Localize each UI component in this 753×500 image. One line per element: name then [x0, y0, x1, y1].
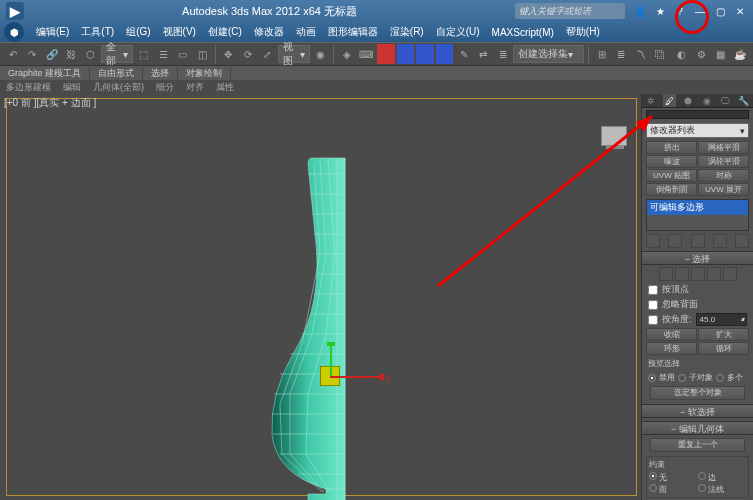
stack-remove-icon[interactable]: [713, 234, 727, 248]
btn-loop[interactable]: 循环: [698, 342, 749, 355]
move-icon[interactable]: ✥: [220, 44, 237, 64]
menu-edit[interactable]: 编辑(E): [30, 25, 75, 39]
stack-unique-icon[interactable]: [691, 234, 705, 248]
material-editor-icon[interactable]: ◐: [673, 44, 690, 64]
vase-mesh[interactable]: [268, 154, 346, 500]
ribbon-tab-objectpaint[interactable]: 对象绘制: [178, 67, 231, 80]
render-icon[interactable]: ☕: [731, 44, 748, 64]
percent-snap-icon[interactable]: [416, 44, 433, 64]
subobj-edge-icon[interactable]: [675, 267, 689, 281]
menu-group[interactable]: 组(G): [120, 25, 156, 39]
rollout-selection[interactable]: 选择: [642, 251, 753, 265]
btn-repeat-last[interactable]: 重复上一个: [650, 438, 745, 452]
btn-grow[interactable]: 扩大: [698, 328, 749, 341]
mod-btn-symmetry[interactable]: 对称: [698, 169, 749, 182]
panel-tab-utilities-icon[interactable]: 🔧: [737, 94, 750, 107]
panel-tab-hierarchy-icon[interactable]: ⬢: [682, 94, 695, 107]
modifier-stack[interactable]: 可编辑多边形: [646, 199, 749, 231]
menu-tools[interactable]: 工具(T): [75, 25, 120, 39]
keyboard-shortcut-icon[interactable]: ⌨: [358, 44, 375, 64]
stack-show-icon[interactable]: [668, 234, 682, 248]
snap-toggle-icon[interactable]: [377, 44, 394, 64]
rollout-editgeom[interactable]: 编辑几何体: [642, 421, 753, 435]
radio-constrain-normal[interactable]: [698, 484, 706, 492]
radio-constrain-face[interactable]: [649, 484, 657, 492]
mod-btn-turbosmooth[interactable]: 涡轮平滑: [698, 155, 749, 168]
panel-tab-motion-icon[interactable]: ◉: [700, 94, 713, 107]
rotate-icon[interactable]: ⟳: [239, 44, 256, 64]
radio-preview-multi[interactable]: [716, 374, 724, 382]
spin-angle[interactable]: 45.0: [696, 313, 747, 326]
rollout-softsel[interactable]: 软选择: [642, 404, 753, 418]
signin-icon[interactable]: 👤: [633, 4, 647, 18]
spinner-snap-icon[interactable]: [436, 44, 453, 64]
menu-modifiers[interactable]: 修改器: [248, 25, 290, 39]
mirror-icon[interactable]: ⇄: [474, 44, 491, 64]
selection-filter-dropdown[interactable]: 全部 ▾: [101, 45, 133, 63]
btn-ring[interactable]: 环形: [646, 342, 697, 355]
cb-ignore-backface[interactable]: [648, 300, 658, 310]
named-sel-dropdown[interactable]: 创建选择集 ▾: [513, 45, 584, 63]
angle-snap-icon[interactable]: [397, 44, 414, 64]
help-search-input[interactable]: 键入关键字或短语: [515, 3, 625, 19]
menu-customize[interactable]: 自定义(U): [430, 25, 486, 39]
mod-btn-uvwunwrap[interactable]: UVW 展开: [698, 183, 749, 196]
render-setup-icon[interactable]: ⚙: [693, 44, 710, 64]
minimize-icon[interactable]: —: [693, 4, 707, 18]
viewport[interactable]: [+0 前 ][真实 + 边面 ]: [0, 94, 641, 500]
ribbon-sub-polymodel[interactable]: 多边形建模: [0, 81, 57, 94]
mod-btn-meshsmooth[interactable]: 网格平滑: [698, 141, 749, 154]
mod-btn-noise[interactable]: 噪波: [646, 155, 697, 168]
ribbon-tab-graphite[interactable]: Graphite 建模工具: [0, 67, 90, 80]
menu-grapheditors[interactable]: 图形编辑器: [322, 25, 384, 39]
panel-tab-display-icon[interactable]: 🖵: [719, 94, 732, 107]
viewcube-icon[interactable]: [601, 126, 627, 146]
undo-icon[interactable]: ↶: [4, 44, 21, 64]
align-tool-icon[interactable]: ⊞: [593, 44, 610, 64]
mod-btn-uvwmap[interactable]: UVW 贴图: [646, 169, 697, 182]
menu-create[interactable]: 创建(C): [202, 25, 248, 39]
window-crossing-icon[interactable]: ◫: [193, 44, 210, 64]
stack-item-editablepoly[interactable]: 可编辑多边形: [647, 200, 748, 215]
menu-maxscript[interactable]: MAXScript(M): [486, 27, 560, 38]
radio-preview-subobj[interactable]: [678, 374, 686, 382]
ribbon-tab-selection[interactable]: 选择: [143, 67, 178, 80]
modifier-list-dropdown[interactable]: 修改器列表: [646, 123, 749, 138]
schematic-icon[interactable]: ⿻: [652, 44, 669, 64]
btn-select-whole-obj[interactable]: 选定整个对象: [650, 386, 745, 400]
ribbon-sub-align[interactable]: 对齐: [180, 81, 210, 94]
ribbon-sub-edit[interactable]: 编辑: [57, 81, 87, 94]
favorite-icon[interactable]: ★: [653, 4, 667, 18]
app-logo[interactable]: ▶: [6, 2, 24, 20]
layers-icon[interactable]: ≣: [613, 44, 630, 64]
pivot-icon[interactable]: ◉: [312, 44, 329, 64]
scale-icon[interactable]: ⤢: [259, 44, 276, 64]
radio-preview-disable[interactable]: [648, 374, 656, 382]
ribbon-sub-props[interactable]: 属性: [210, 81, 240, 94]
select-rect-icon[interactable]: ▭: [174, 44, 191, 64]
stack-pin-icon[interactable]: [646, 234, 660, 248]
subobj-polygon-icon[interactable]: [707, 267, 721, 281]
viewport-label[interactable]: [+0 前 ][真实 + 边面 ]: [4, 96, 96, 110]
align-icon[interactable]: ≣: [494, 44, 511, 64]
subobj-border-icon[interactable]: [691, 267, 705, 281]
subobj-element-icon[interactable]: [723, 267, 737, 281]
panel-tab-modify-icon[interactable]: 🖊: [663, 94, 676, 107]
menu-rendering[interactable]: 渲染(R): [384, 25, 430, 39]
object-name-input[interactable]: [646, 110, 749, 119]
unlink-icon[interactable]: ⛓: [62, 44, 79, 64]
radio-constrain-none[interactable]: [649, 472, 657, 480]
radio-constrain-edge[interactable]: [698, 472, 706, 480]
rendered-frame-icon[interactable]: ▦: [712, 44, 729, 64]
app-menu-icon[interactable]: ⬢: [4, 22, 24, 42]
redo-icon[interactable]: ↷: [23, 44, 40, 64]
stack-config-icon[interactable]: [735, 234, 749, 248]
bind-icon[interactable]: ⬡: [82, 44, 99, 64]
select-icon[interactable]: ⬚: [135, 44, 152, 64]
panel-tab-create-icon[interactable]: ✲: [645, 94, 658, 107]
menu-animation[interactable]: 动画: [290, 25, 322, 39]
btn-shrink[interactable]: 收缩: [646, 328, 697, 341]
ribbon-sub-subdiv[interactable]: 细分: [150, 81, 180, 94]
maximize-icon[interactable]: ▢: [713, 4, 727, 18]
mod-btn-extrude[interactable]: 挤出: [646, 141, 697, 154]
